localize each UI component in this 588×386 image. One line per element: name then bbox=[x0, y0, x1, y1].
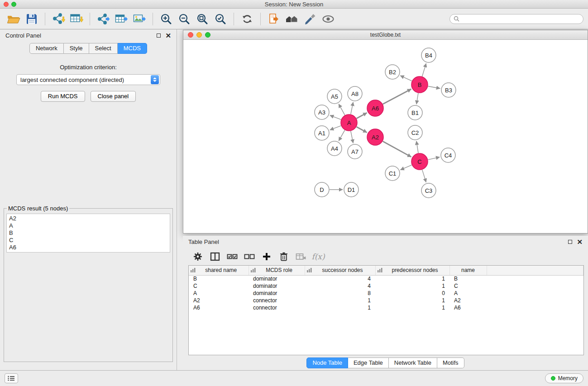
column-header-name[interactable]: name bbox=[449, 266, 487, 275]
cell-mcds-role[interactable]: connector bbox=[249, 304, 305, 311]
save-session-button[interactable] bbox=[23, 10, 41, 28]
cell-name[interactable]: A6 bbox=[449, 304, 487, 311]
graph-node-C[interactable]: C bbox=[411, 153, 428, 170]
graph-edge-A-A2[interactable] bbox=[357, 127, 367, 133]
graph-node-A4[interactable]: A4 bbox=[327, 141, 342, 156]
graph-edge-B-B1[interactable] bbox=[416, 93, 418, 104]
cell-predecessor-nodes[interactable]: 1 bbox=[375, 275, 449, 282]
graph-edge-A2-C[interactable] bbox=[383, 141, 411, 157]
graph-edge-A-A6[interactable] bbox=[357, 113, 367, 119]
apply-layout-button[interactable] bbox=[238, 10, 256, 28]
node-table[interactable]: shared name MCDS role bbox=[188, 265, 584, 355]
tab-network-table[interactable]: Network Table bbox=[389, 357, 437, 368]
cell-name[interactable]: A bbox=[449, 290, 487, 297]
graph-node-C4[interactable]: C4 bbox=[441, 148, 455, 162]
table-row[interactable]: A dominator 8 0 A bbox=[189, 290, 583, 297]
tab-node-table[interactable]: Node Table bbox=[306, 357, 348, 368]
run-mcds-button[interactable]: Run MCDS bbox=[41, 91, 85, 102]
graph-node-D[interactable]: D bbox=[315, 182, 329, 197]
graph-node-B2[interactable]: B2 bbox=[385, 65, 400, 79]
cell-predecessor-nodes[interactable]: 0 bbox=[375, 290, 449, 297]
deselect-all-rows-button[interactable] bbox=[242, 249, 257, 264]
table-row[interactable]: C dominator 4 1 C bbox=[189, 282, 583, 290]
cell-name[interactable]: B bbox=[449, 275, 487, 282]
graph-node-C2[interactable]: C2 bbox=[408, 125, 422, 140]
cell-successor-nodes[interactable]: 4 bbox=[305, 275, 375, 282]
add-column-button[interactable] bbox=[259, 249, 274, 264]
select-columns-button[interactable] bbox=[207, 249, 223, 264]
cell-successor-nodes[interactable]: 1 bbox=[305, 297, 375, 304]
graph-node-B4[interactable]: B4 bbox=[421, 48, 436, 62]
zoom-in-button[interactable] bbox=[157, 10, 175, 28]
export-table-button[interactable] bbox=[112, 10, 130, 28]
cell-mcds-role[interactable]: dominator bbox=[249, 282, 305, 290]
cell-successor-nodes[interactable]: 4 bbox=[305, 282, 375, 290]
float-panel-icon[interactable] bbox=[568, 240, 572, 244]
select-all-rows-button[interactable] bbox=[225, 249, 240, 264]
table-row[interactable]: B dominator 4 1 B bbox=[189, 275, 583, 282]
graph-node-A[interactable]: A bbox=[341, 114, 357, 131]
close-window-button[interactable] bbox=[4, 2, 9, 7]
graph-edge-B-B4[interactable] bbox=[422, 63, 426, 76]
graph-node-C1[interactable]: C1 bbox=[385, 166, 400, 181]
mcds-result-list[interactable]: A2 A B C A6 bbox=[6, 214, 170, 253]
table-row[interactable]: A6 connector 1 1 A6 bbox=[189, 304, 583, 311]
task-history-button[interactable] bbox=[5, 373, 18, 383]
cell-mcds-role[interactable]: dominator bbox=[249, 290, 305, 297]
cell-predecessor-nodes[interactable]: 1 bbox=[375, 304, 449, 311]
delete-column-button[interactable] bbox=[276, 249, 292, 264]
cell-name[interactable]: C bbox=[449, 282, 487, 290]
cell-shared-name[interactable]: A bbox=[189, 290, 249, 297]
result-item[interactable]: A6 bbox=[9, 244, 167, 251]
graph-node-A3[interactable]: A3 bbox=[315, 105, 329, 119]
cell-mcds-role[interactable]: connector bbox=[249, 297, 305, 304]
close-panel-icon[interactable]: ✕ bbox=[577, 240, 583, 244]
graph-node-A2[interactable]: A2 bbox=[367, 129, 383, 145]
graph-edge-C-C3[interactable] bbox=[422, 170, 426, 182]
memory-button[interactable]: Memory bbox=[545, 373, 583, 383]
graph-node-A6[interactable]: A6 bbox=[367, 100, 383, 116]
export-image-button[interactable] bbox=[130, 10, 148, 28]
graph-node-B1[interactable]: B1 bbox=[408, 105, 422, 120]
graph-node-A7[interactable]: A7 bbox=[348, 144, 362, 159]
result-item[interactable]: A bbox=[9, 222, 167, 229]
open-session-button[interactable] bbox=[5, 10, 23, 28]
zoom-selected-button[interactable] bbox=[211, 10, 229, 28]
graph-node-C3[interactable]: C3 bbox=[421, 183, 436, 198]
graph-edge-B-B2[interactable] bbox=[400, 76, 412, 81]
column-header-predecessor-nodes[interactable]: predecessor nodes bbox=[375, 266, 449, 275]
zoom-fit-button[interactable] bbox=[193, 10, 211, 28]
graph-edge-A-A3[interactable] bbox=[330, 115, 341, 119]
network-canvas[interactable]: B4B2BB3A5A8A6B1A3AA1C2A2A4A7C4CC1C3DD1 bbox=[183, 40, 588, 233]
apply-style-button[interactable] bbox=[301, 10, 319, 28]
tab-style[interactable]: Style bbox=[64, 43, 89, 54]
import-table-button[interactable] bbox=[67, 10, 86, 28]
column-header-shared-name[interactable]: shared name bbox=[189, 266, 249, 275]
graph-node-A1[interactable]: A1 bbox=[315, 126, 329, 140]
network-graph[interactable]: B4B2BB3A5A8A6B1A3AA1C2A2A4A7C4CC1C3DD1 bbox=[183, 40, 588, 233]
network-minimize-button[interactable] bbox=[196, 32, 202, 38]
graph-edge-A-A7[interactable] bbox=[351, 131, 353, 143]
graph-edge-A6-B[interactable] bbox=[383, 89, 411, 104]
network-zoom-button[interactable] bbox=[205, 32, 210, 38]
graph-node-A5[interactable]: A5 bbox=[327, 89, 342, 104]
zoom-window-button[interactable] bbox=[11, 2, 16, 7]
cell-shared-name[interactable]: A6 bbox=[189, 304, 249, 311]
result-item[interactable]: C bbox=[9, 237, 167, 244]
cell-predecessor-nodes[interactable]: 1 bbox=[375, 282, 449, 290]
graph-node-A8[interactable]: A8 bbox=[348, 86, 362, 101]
optimization-dropdown[interactable]: largest connected component (directed) bbox=[16, 74, 160, 85]
import-network-button[interactable] bbox=[49, 10, 67, 28]
cell-successor-nodes[interactable]: 1 bbox=[305, 304, 375, 311]
close-panel-button[interactable]: Close panel bbox=[91, 91, 136, 102]
network-close-button[interactable] bbox=[188, 32, 193, 38]
home-view-button[interactable] bbox=[283, 10, 301, 28]
graph-node-B[interactable]: B bbox=[411, 76, 428, 93]
function-builder-button[interactable]: f(x) bbox=[311, 249, 326, 264]
graph-edge-B-B3[interactable] bbox=[428, 86, 440, 89]
result-item[interactable]: A2 bbox=[9, 215, 167, 222]
table-row[interactable]: A2 connector 1 1 A2 bbox=[189, 297, 583, 304]
delete-table-button[interactable] bbox=[293, 249, 309, 264]
search-input[interactable] bbox=[462, 16, 579, 22]
cell-shared-name[interactable]: B bbox=[189, 275, 249, 282]
